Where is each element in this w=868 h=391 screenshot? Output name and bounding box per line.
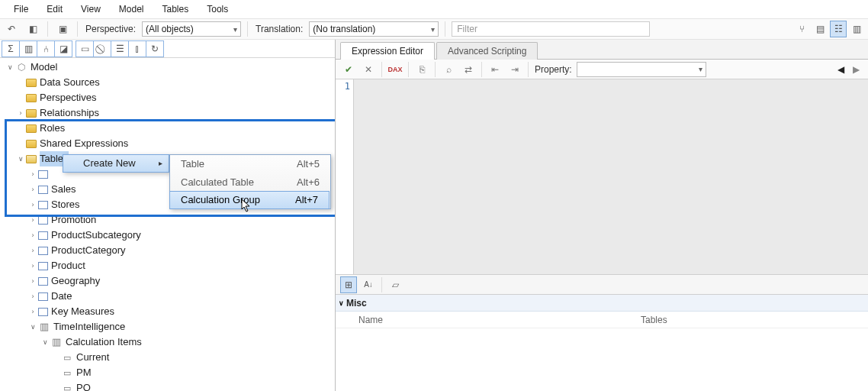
translation-combo[interactable]: (No translation) bbox=[309, 21, 439, 37]
tree-table-sales[interactable]: Sales bbox=[51, 182, 76, 197]
tree-item-pm[interactable]: PM bbox=[76, 365, 92, 380]
prop-category[interactable]: ∨Misc bbox=[336, 295, 868, 312]
folder-icon bbox=[26, 140, 37, 148]
sub-calculated-table-shortcut: Alt+6 bbox=[297, 175, 320, 190]
alphabetical-button[interactable]: A↓ bbox=[360, 276, 377, 293]
expander[interactable]: › bbox=[27, 228, 38, 243]
expander[interactable]: ∨ bbox=[27, 319, 38, 334]
sub-calculation-group[interactable]: Calculation GroupAlt+7 bbox=[169, 191, 330, 209]
package-icon[interactable]: ◧ bbox=[24, 21, 41, 37]
nav-forward-button[interactable]: ▶ bbox=[848, 62, 863, 77]
tree-relationships[interactable]: Relationships bbox=[40, 105, 99, 121]
prop-row-name[interactable]: Name Tables bbox=[336, 312, 868, 328]
table-icon bbox=[38, 231, 48, 240]
item-icon bbox=[61, 367, 73, 379]
item-icon bbox=[61, 382, 73, 391]
cube2-icon[interactable]: ◪ bbox=[55, 41, 72, 57]
rows-icon[interactable]: ☰ bbox=[111, 41, 128, 57]
cancel-icon[interactable]: ✕ bbox=[360, 61, 377, 78]
context-submenu: TableAlt+5 Calculated TableAlt+6 Calcula… bbox=[169, 154, 331, 209]
tree-sharedexpr[interactable]: Shared Expressions bbox=[40, 136, 128, 151]
tree-table-promotion[interactable]: Promotion bbox=[51, 212, 96, 228]
expander[interactable]: › bbox=[27, 166, 38, 182]
editor-area[interactable] bbox=[354, 79, 868, 274]
expander[interactable]: ∨ bbox=[40, 334, 50, 350]
outdent-icon[interactable]: ⇥ bbox=[506, 61, 523, 78]
menu-edit[interactable]: Edit bbox=[37, 1, 72, 18]
tab-advanced-scripting[interactable]: Advanced Scripting bbox=[436, 42, 538, 60]
tree-datasources[interactable]: Data Sources bbox=[40, 75, 100, 90]
cube-icon[interactable]: ▣ bbox=[54, 21, 71, 37]
expander[interactable]: › bbox=[27, 212, 38, 228]
undo-button[interactable]: ↶ bbox=[3, 21, 20, 37]
main-area: Σ ▥ ⑃ ◪ ▭ ⃠ ☰ ⫿ ↻ ∨Model Data Sources Pe… bbox=[0, 40, 868, 391]
refresh-icon[interactable]: ↻ bbox=[146, 41, 163, 57]
sub-calculation-group-shortcut: Alt+7 bbox=[295, 192, 318, 208]
expander[interactable]: ∨ bbox=[15, 151, 26, 166]
tree-table-productcategory[interactable]: ProductCategory bbox=[51, 243, 126, 258]
filter-icon[interactable]: ⑂ bbox=[793, 21, 810, 37]
tree-roles[interactable]: Roles bbox=[40, 121, 65, 136]
find-icon[interactable]: ⌕ bbox=[440, 61, 457, 78]
replace-icon[interactable]: ⇄ bbox=[460, 61, 477, 78]
editor-toolbar: ✔ ✕ DAX ⎘ ⌕ ⇄ ⇤ ⇥ Property: ◀ ▶ bbox=[336, 60, 868, 79]
menu-tables[interactable]: Tables bbox=[153, 1, 198, 18]
view1-button[interactable]: ▤ bbox=[812, 21, 828, 37]
sub-calculated-table[interactable]: Calculated TableAlt+6 bbox=[170, 173, 330, 192]
calcitems-icon bbox=[50, 336, 63, 348]
ctx-create-new[interactable]: Create New bbox=[63, 154, 169, 173]
sub-table[interactable]: TableAlt+5 bbox=[170, 155, 330, 173]
editor-gutter: 1 bbox=[336, 79, 354, 274]
slash-icon[interactable]: ⃠ bbox=[94, 41, 111, 57]
view2-button[interactable]: ☷ bbox=[830, 21, 847, 37]
expander[interactable]: › bbox=[27, 243, 38, 258]
expander[interactable]: › bbox=[27, 197, 38, 212]
expander[interactable]: › bbox=[27, 182, 38, 197]
tree-item-pq[interactable]: PQ bbox=[76, 380, 91, 391]
tree-table-product[interactable]: Product bbox=[51, 258, 85, 273]
expander[interactable]: › bbox=[27, 258, 38, 273]
view3-button[interactable]: ▥ bbox=[848, 21, 865, 37]
sigma-icon[interactable]: Σ bbox=[2, 41, 19, 57]
item-icon bbox=[61, 351, 73, 364]
tree-table-stores[interactable]: Stores bbox=[51, 197, 80, 212]
tree-table-productsubcategory[interactable]: ProductSubcategory bbox=[51, 228, 141, 243]
tree-table-date[interactable]: Date bbox=[51, 289, 72, 304]
prop-category-label: Misc bbox=[346, 298, 367, 309]
table-icon bbox=[38, 262, 48, 270]
columns-icon[interactable]: ▥ bbox=[20, 41, 37, 57]
indent-icon[interactable]: ⇤ bbox=[487, 61, 503, 78]
nav-back-button[interactable]: ◀ bbox=[833, 62, 848, 77]
perspective-combo[interactable]: (All objects) bbox=[142, 21, 241, 37]
menu-file[interactable]: File bbox=[5, 1, 37, 18]
tree-root[interactable]: Model bbox=[31, 60, 57, 75]
tree-table-geography[interactable]: Geography bbox=[51, 273, 100, 289]
dax-icon[interactable]: DAX bbox=[387, 61, 403, 78]
prop-page-icon[interactable]: ▱ bbox=[387, 276, 403, 293]
menu-view[interactable]: View bbox=[72, 1, 110, 18]
hierarchy-icon[interactable]: ⑃ bbox=[37, 41, 54, 57]
comment-icon[interactable]: ⎘ bbox=[413, 61, 430, 78]
tab-expression-editor[interactable]: Expression Editor bbox=[340, 42, 435, 60]
tree-table-keymeasures[interactable]: Key Measures bbox=[51, 304, 114, 319]
menu-tools[interactable]: Tools bbox=[198, 1, 237, 18]
ctx-create-new-label: Create New bbox=[83, 156, 136, 171]
model-tree[interactable]: ∨Model Data Sources Perspectives ›Relati… bbox=[0, 58, 335, 391]
folder-btn[interactable]: ▭ bbox=[76, 41, 93, 57]
categorized-button[interactable]: ⊞ bbox=[340, 276, 357, 293]
expander[interactable]: › bbox=[15, 105, 26, 121]
expander[interactable]: › bbox=[27, 273, 38, 289]
tree-timeintel[interactable]: TimeIntelligence bbox=[53, 319, 125, 334]
filter-input[interactable]: Filter bbox=[452, 21, 650, 37]
menu-model[interactable]: Model bbox=[110, 1, 153, 18]
accept-icon[interactable]: ✔ bbox=[340, 61, 357, 78]
tree-perspectives[interactable]: Perspectives bbox=[40, 90, 96, 105]
chart-icon[interactable]: ⫿ bbox=[129, 41, 146, 57]
main-toolbar: ↶ ◧ ▣ Perspective: (All objects) Transla… bbox=[0, 18, 868, 40]
expander[interactable]: ∨ bbox=[5, 60, 15, 75]
expander[interactable]: › bbox=[27, 289, 38, 304]
property-combo[interactable] bbox=[577, 62, 706, 77]
expander[interactable]: › bbox=[27, 304, 38, 319]
tree-item-current[interactable]: Current bbox=[76, 350, 109, 365]
tree-calcitems[interactable]: Calculation Items bbox=[66, 334, 142, 350]
